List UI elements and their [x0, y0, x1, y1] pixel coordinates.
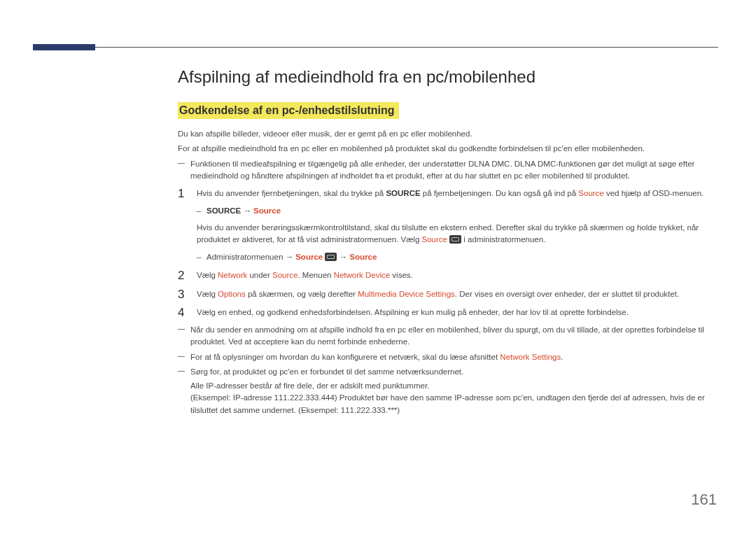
footnotes: Når du sender en anmodning om at afspill…	[178, 324, 718, 416]
source-menu: Source	[422, 235, 447, 244]
step-3: 3 Vælg Options på skærmen, og vælg deref…	[178, 288, 718, 302]
note-network-settings: For at få oplysninger om hvordan du kan …	[178, 351, 718, 363]
source-key: SOURCE	[386, 189, 420, 197]
source-menu: Source	[295, 253, 323, 261]
header-rule	[95, 47, 718, 48]
step-body: Hvis du anvender fjernbetjeningen, skal …	[197, 188, 718, 264]
text: For at få oplysninger om hvordan du kan …	[190, 353, 500, 361]
text: Vælg	[197, 290, 218, 298]
note-dlna: Funktionen til medieafspilning er tilgæn…	[178, 158, 718, 183]
text: vises.	[390, 271, 413, 279]
step-body: Vælg Options på skærmen, og vælg derefte…	[197, 288, 718, 302]
step-body: Vælg Network under Source. Menuen Networ…	[197, 269, 718, 283]
source-icon	[325, 253, 337, 261]
network-settings-label: Network Settings	[500, 353, 561, 361]
step-number: 1	[178, 188, 188, 264]
source-menu: Source	[578, 189, 603, 197]
ip-note-2: (Eksempel: IP-adresse 111.222.333.444) P…	[178, 392, 718, 416]
arrow: →	[337, 253, 349, 261]
source-menu: Source	[253, 206, 281, 215]
network-label: Network	[218, 271, 247, 279]
subsection-heading: Godkendelse af en pc-/enhedstilslutning	[178, 102, 399, 119]
source-icon	[449, 235, 461, 244]
text: Hvis du anvender fjernbetjeningen, skal …	[197, 189, 386, 197]
step-number: 3	[178, 288, 188, 302]
text: . Menuen	[298, 271, 333, 279]
text: ved hjælp af OSD-menuen.	[604, 189, 704, 197]
text: på fjernbetjeningen. Du kan også gå ind …	[421, 189, 579, 197]
text: Hvis du anvender berøringsskærmkontrolti…	[197, 222, 718, 247]
text: . Der vises en oversigt over enheder, de…	[455, 290, 679, 298]
step-1: 1 Hvis du anvender fjernbetjeningen, ska…	[178, 188, 718, 264]
text: på skærmen, og vælg derefter	[246, 290, 358, 298]
text: .	[561, 353, 563, 361]
page-content: Afspilning af medieindhold fra en pc/mob…	[178, 67, 718, 416]
step-2: 2 Vælg Network under Source. Menuen Netw…	[178, 269, 718, 283]
mds-label: Multimedia Device Settings	[358, 290, 455, 298]
note-request: Når du sender en anmodning om at afspill…	[178, 324, 718, 349]
options-label: Options	[218, 290, 246, 298]
path-admin: Administratormenuen → Source → Source	[197, 251, 718, 264]
page-title: Afspilning af medieindhold fra en pc/mob…	[178, 67, 718, 87]
page-number: 161	[691, 491, 717, 509]
network-device-label: Network Device	[334, 271, 391, 279]
section-marker	[33, 44, 95, 50]
path-source: SOURCE → Source	[197, 205, 718, 218]
source-key: SOURCE	[206, 206, 241, 215]
intro-paragraph-1: Du kan afspille billeder, videoer eller …	[178, 128, 718, 140]
ip-note-1: Alle IP-adresser består af fire dele, de…	[178, 380, 718, 392]
text: Administratormenuen →	[206, 253, 295, 261]
step-number: 2	[178, 269, 188, 283]
arrow: →	[241, 206, 253, 215]
text: i administratormenuen.	[461, 235, 545, 244]
text: Vælg	[197, 271, 218, 279]
source-menu: Source	[272, 271, 298, 279]
text: Hvis du anvender berøringsskærmkontrolti…	[197, 223, 699, 244]
step-4: 4 Vælg en enhed, og godkend enhedsforbin…	[178, 307, 718, 320]
note-subnet: Sørg for, at produktet og pc'en er forbu…	[178, 366, 718, 378]
intro-paragraph-2: For at afspille medieindhold fra en pc e…	[178, 143, 718, 155]
step-number: 4	[178, 307, 188, 320]
text: under	[247, 271, 272, 279]
step-body: Vælg en enhed, og godkend enhedsforbinde…	[197, 307, 718, 320]
source-menu: Source	[349, 253, 377, 261]
